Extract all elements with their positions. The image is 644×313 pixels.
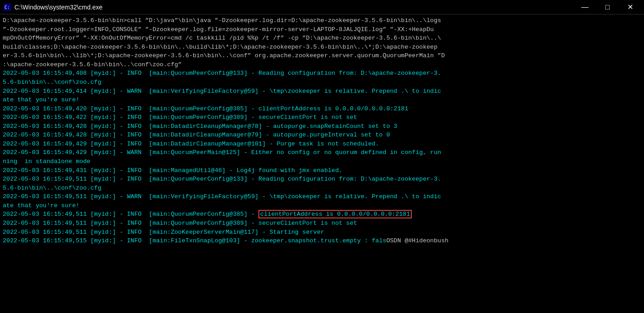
restore-button[interactable]: □	[597, 1, 618, 14]
line-21: 2022-05-03 16:15:49,511 [myid:] - WARN […	[3, 192, 641, 201]
line-17: ning in standalone mode	[3, 157, 641, 166]
line-3: mpOnOutOfMemoryError” ”-XX:OnOutOfMemory…	[3, 34, 641, 43]
line-7: 2022-05-03 16:15:49,408 [myid:] - INFO […	[3, 69, 641, 78]
title-bar-left: C: C:\Windows\system32\cmd.exe	[4, 4, 102, 11]
title-bar-controls: — □ ✕	[575, 1, 640, 14]
line-4: build\classes;D:\apache-zookeeper-3.5.6-…	[3, 43, 641, 52]
line-14: 2022-05-03 16:15:49,428 [myid:] - INFO […	[3, 131, 641, 140]
line-8: 5.6-bin\bin\..\conf\zoo.cfg	[3, 78, 641, 87]
line-9: 2022-05-03 16:15:49,414 [myid:] - WARN […	[3, 87, 641, 96]
line-2: ”-Dzookeeper.root.logger=INFO,CONSOLE” ”…	[3, 25, 641, 34]
line-6: :\apache-zookeeper-3.5.6-bin\bin\..\conf…	[3, 60, 641, 69]
line-12: 2022-05-03 16:15:49,422 [myid:] - INFO […	[3, 113, 641, 122]
line-1: D:\apache-zookeeper-3.5.6-bin\bin>call ”…	[3, 16, 641, 25]
cmd-icon: C:	[4, 4, 11, 11]
line-24: 2022-05-03 16:15:49,511 [myid:] - INFO […	[3, 219, 641, 228]
terminal-output: D:\apache-zookeeper-3.5.6-bin\bin>call ”…	[0, 14, 644, 313]
close-button[interactable]: ✕	[620, 1, 640, 14]
line-11: 2022-05-03 16:15:49,420 [myid:] - INFO […	[3, 104, 641, 113]
window-container: C: C:\Windows\system32\cmd.exe — □ ✕ D:\…	[0, 0, 644, 313]
svg-text:C:: C:	[5, 5, 10, 10]
minimize-button[interactable]: —	[575, 1, 595, 14]
window-title: C:\Windows\system32\cmd.exe	[14, 4, 102, 11]
line-23: 2022-05-03 16:15:49,511 [myid:] - INFO […	[3, 210, 641, 219]
line-18: 2022-05-03 16:15:49,431 [myid:] - INFO […	[3, 166, 641, 175]
title-bar: C: C:\Windows\system32\cmd.exe — □ ✕	[0, 0, 644, 14]
line-26: 2022-05-03 16:15:49,515 [myid:] - INFO […	[3, 236, 641, 245]
line-15: 2022-05-03 16:15:49,429 [myid:] - INFO […	[3, 140, 641, 149]
line-25: 2022-05-03 16:15:49,511 [myid:] - INFO […	[3, 228, 641, 237]
line-10: ate that you're sure!	[3, 95, 641, 104]
line-5: er-3.5.6-bin\bin\..\lib\*;D:\apache-zook…	[3, 51, 641, 60]
line-22: ate that you're sure!	[3, 201, 641, 210]
line-16: 2022-05-03 16:15:49,429 [myid:] - WARN […	[3, 148, 641, 157]
line-19: 2022-05-03 16:15:49,511 [myid:] - INFO […	[3, 175, 641, 184]
line-20: 5.6-bin\bin\..\conf\zoo.cfg	[3, 184, 641, 193]
line-13: 2022-05-03 16:15:49,428 [myid:] - INFO […	[3, 122, 641, 131]
highlighted-text: clientPortAddress is 0.0.0.0/0.0.0.0:218…	[258, 210, 412, 218]
